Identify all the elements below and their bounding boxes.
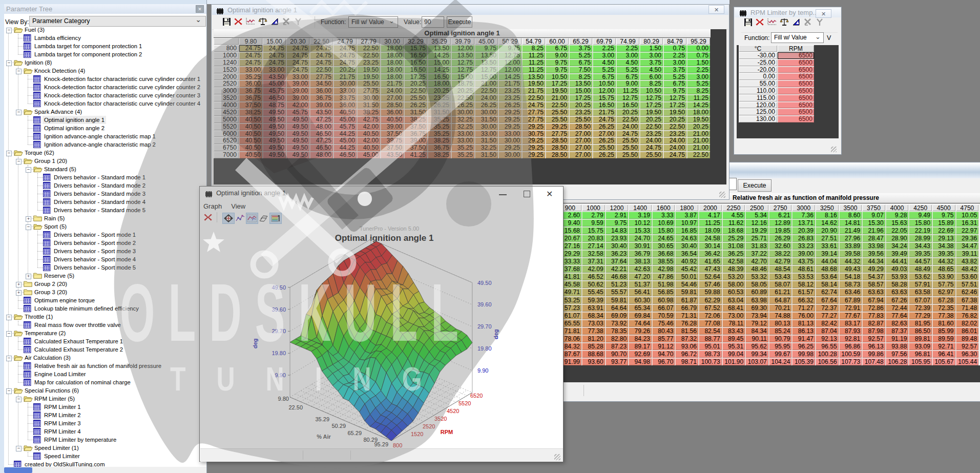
svg-text:19.80: 19.80 bbox=[272, 350, 286, 356]
svg-text:29.70: 29.70 bbox=[272, 328, 286, 334]
svg-text:% Air: % Air bbox=[317, 434, 331, 440]
svg-text:4520: 4520 bbox=[447, 408, 459, 414]
svg-text:95.29: 95.29 bbox=[374, 441, 388, 447]
svg-text:3520: 3520 bbox=[434, 416, 447, 422]
svg-text:49.50: 49.50 bbox=[272, 284, 286, 291]
svg-text:1520: 1520 bbox=[411, 431, 423, 437]
svg-text:RPM: RPM bbox=[441, 429, 453, 435]
svg-text:50.29: 50.29 bbox=[331, 423, 346, 429]
svg-text:deg: deg bbox=[252, 338, 258, 348]
svg-text:deg: deg bbox=[493, 329, 499, 339]
svg-text:9.90: 9.90 bbox=[275, 372, 286, 378]
svg-text:22.50: 22.50 bbox=[288, 404, 303, 410]
svg-text:6520: 6520 bbox=[470, 393, 483, 399]
svg-text:800: 800 bbox=[393, 442, 402, 448]
svg-text:39.60: 39.60 bbox=[477, 301, 492, 307]
svg-text:2520: 2520 bbox=[423, 423, 435, 429]
svg-text:39.60: 39.60 bbox=[272, 306, 286, 313]
svg-text:49.50: 49.50 bbox=[477, 280, 492, 286]
svg-text:19.80: 19.80 bbox=[477, 345, 492, 352]
svg-text:5520: 5520 bbox=[458, 400, 471, 406]
svg-text:65.29: 65.29 bbox=[347, 430, 362, 436]
svg-text:9.80: 9.80 bbox=[278, 396, 289, 402]
svg-text:9.90: 9.90 bbox=[477, 367, 488, 374]
svg-text:35.29: 35.29 bbox=[315, 416, 329, 422]
svg-text:29.70: 29.70 bbox=[477, 323, 492, 330]
